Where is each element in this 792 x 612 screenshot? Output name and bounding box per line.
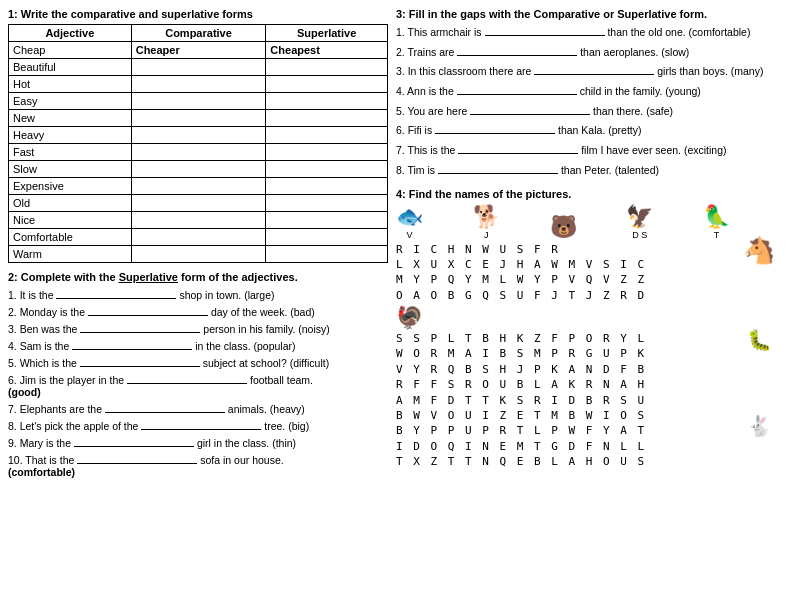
list-item: M Y P Q Y M L W Y P V Q V Z Z — [396, 272, 730, 287]
table-row: Fast — [9, 144, 132, 161]
table-row: Nice — [9, 212, 132, 229]
col-header-comparative: Comparative — [131, 25, 266, 42]
table-row — [266, 110, 388, 127]
animal-eagle: 🦅 D S — [626, 204, 653, 240]
table-row — [266, 178, 388, 195]
list-item: 6. Fifi is than Kala. (pretty) — [396, 122, 784, 138]
list-item: L X U X C E J H A W M V S I C — [396, 257, 730, 272]
list-item: 8. Let's pick the apple of the tree. (bi… — [8, 418, 388, 432]
list-item: R F F S R O U B L A K R N A H — [396, 377, 730, 392]
table-row — [131, 127, 266, 144]
table-row — [131, 212, 266, 229]
list-item: 5. Which is the subject at school? (diff… — [8, 355, 388, 369]
section2: 2: Complete with the Superlative form of… — [8, 271, 388, 481]
table-row — [131, 144, 266, 161]
animal-turkey: 🦃 — [396, 305, 423, 331]
list-item: 4. Sam is the in the class. (popular) — [8, 338, 388, 352]
table-row: Old — [9, 195, 132, 212]
table-row: Cheap — [9, 42, 132, 59]
table-row — [266, 76, 388, 93]
list-item: B Y P P U P R T L P W F Y A T — [396, 423, 730, 438]
list-item: I D O Q I N E M T G D F N L L — [396, 439, 730, 454]
animal-bear: 🐻 — [550, 214, 577, 240]
table-row — [131, 93, 266, 110]
animal-rabbit: 🐇 — [747, 414, 772, 438]
section2-title-pre: 2: Complete with the — [8, 271, 119, 283]
list-item: 6. Jim is the player in the football tea… — [8, 372, 388, 398]
list-item: 8. Tim is than Peter. (talented) — [396, 162, 784, 178]
list-item: T X Z T T N Q E B L A H O U S — [396, 454, 730, 469]
list-item: 4. Ann is the child in the family. (youn… — [396, 83, 784, 99]
table-row: Expensive — [9, 178, 132, 195]
section3-questions: 1. This armchair is than the old one. (c… — [396, 24, 784, 178]
section3-title: 3: Fill in the gaps with the Comparative… — [396, 8, 784, 20]
table-row — [266, 229, 388, 246]
table-row — [266, 59, 388, 76]
table-row: Cheaper — [131, 42, 266, 59]
table-row: Heavy — [9, 127, 132, 144]
section1: 1: Write the comparative and superlative… — [8, 8, 388, 263]
table-row — [266, 144, 388, 161]
table-row — [266, 195, 388, 212]
table-row — [131, 178, 266, 195]
list-item: R I C H N W U S F R — [396, 242, 730, 257]
list-item: 3. In this classroom there are girls tha… — [396, 63, 784, 79]
list-item: 1. This armchair is than the old one. (c… — [396, 24, 784, 40]
table-row — [131, 59, 266, 76]
table-row: Comfortable — [9, 229, 132, 246]
list-item: 9. Mary is the girl in the class. (thin) — [8, 435, 388, 449]
table-row: Beautiful — [9, 59, 132, 76]
animal-fish: 🐟 V — [396, 204, 423, 240]
word-search-grid2: S S P L T B H K Z F P O R Y LW O R M A I… — [396, 331, 730, 470]
table-row — [131, 161, 266, 178]
table-row: Cheapest — [266, 42, 388, 59]
list-item: V Y R Q B S H J P K A N D F B — [396, 362, 730, 377]
table-row: Warm — [9, 246, 132, 263]
top-animals-row: 🐟 V 🐕 J 🐻 🦅 D S — [396, 204, 730, 240]
list-item: 2. Trains are than aeroplanes. (slow) — [396, 44, 784, 60]
list-item: O A O B G Q S U F J T J Z R D — [396, 288, 730, 303]
section4-title: 4: Find the names of the pictures. — [396, 188, 784, 200]
section2-title: 2: Complete with the Superlative form of… — [8, 271, 388, 283]
section4: 4: Find the names of the pictures. 🐟 V 🐕… — [396, 188, 784, 470]
section1-title: 1: Write the comparative and superlative… — [8, 8, 388, 20]
section2-title-post: form of the adjectives. — [181, 271, 298, 283]
animal-parrot: 🦜 T — [703, 204, 730, 240]
table-row: Easy — [9, 93, 132, 110]
table-row — [266, 161, 388, 178]
table-row: Slow — [9, 161, 132, 178]
word-search-grid1: R I C H N W U S F RL X U X C E J H A W M… — [396, 242, 730, 304]
table-row — [266, 93, 388, 110]
table-row — [131, 76, 266, 93]
animal-dog: 🐕 J — [473, 204, 500, 240]
list-item: A M F D T T K S R I D B R S U — [396, 393, 730, 408]
list-item: 10. That is the sofa in our house.(comfo… — [8, 452, 388, 478]
col-header-superlative: Superlative — [266, 25, 388, 42]
table-row — [131, 229, 266, 246]
table-row — [131, 110, 266, 127]
col-header-adjective: Adjective — [9, 25, 132, 42]
animal-worm: 🐛 — [747, 328, 772, 352]
table-row: New — [9, 110, 132, 127]
list-item: 3. Ben was the person in his family. (no… — [8, 321, 388, 335]
list-item: 1. It is the shop in town. (large) — [8, 287, 388, 301]
adjective-table: Adjective Comparative Superlative CheapC… — [8, 24, 388, 263]
animal-horse: 🐴 — [743, 235, 775, 266]
section2-title-underline: Superlative — [119, 271, 178, 283]
list-item: 5. You are here than there. (safe) — [396, 103, 784, 119]
list-item: 2. Monday is the day of the week. (bad) — [8, 304, 388, 318]
list-item: W O R M A I B S M P R G U P K — [396, 346, 730, 361]
table-row — [266, 246, 388, 263]
section3: 3: Fill in the gaps with the Comparative… — [396, 8, 784, 182]
list-item: 7. Elephants are the animals. (heavy) — [8, 401, 388, 415]
list-item: S S P L T B H K Z F P O R Y L — [396, 331, 730, 346]
table-row — [266, 212, 388, 229]
table-row — [131, 195, 266, 212]
list-item: 7. This is the film I have ever seen. (e… — [396, 142, 784, 158]
table-row — [131, 246, 266, 263]
table-row — [266, 127, 388, 144]
list-item: B W V O U I Z E T M B W I O S — [396, 408, 730, 423]
table-row: Hot — [9, 76, 132, 93]
section2-questions: 1. It is the shop in town. (large)2. Mon… — [8, 287, 388, 478]
